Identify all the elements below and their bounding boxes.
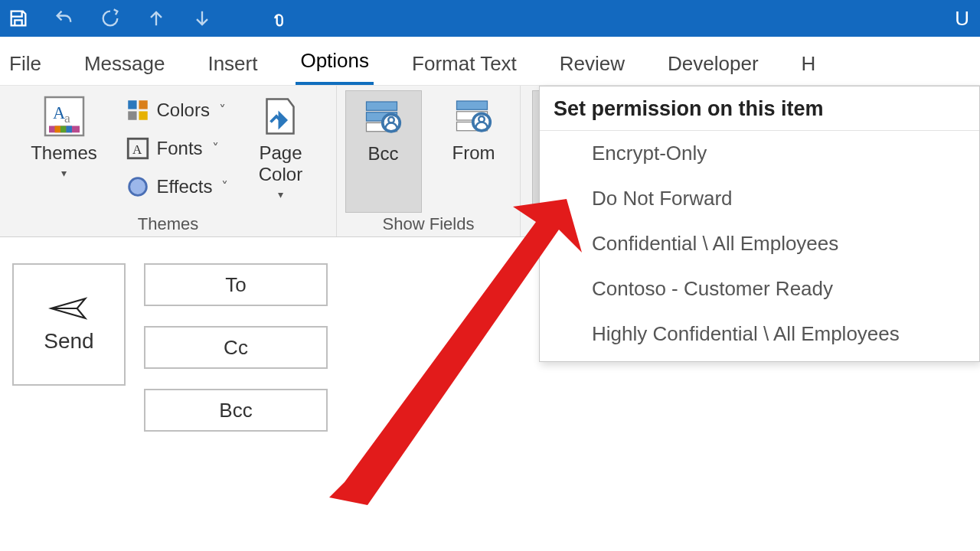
encrypt-dropdown-header: Set permission on this item bbox=[540, 86, 979, 131]
bcc-icon bbox=[358, 94, 410, 140]
attachment-icon[interactable] bbox=[268, 8, 289, 29]
tab-review[interactable]: Review bbox=[555, 43, 629, 85]
encrypt-option-contoso-customer-ready[interactable]: Contoso - Customer Ready bbox=[540, 266, 979, 311]
encrypt-option-highly-confidential-all-employees[interactable]: Highly Confidential \ All Employees bbox=[540, 311, 979, 357]
undo-icon[interactable] bbox=[54, 8, 75, 29]
svg-point-13 bbox=[129, 178, 146, 196]
arrow-up-icon[interactable] bbox=[145, 8, 167, 29]
svg-text:a: a bbox=[64, 110, 70, 126]
encrypt-dropdown: Set permission on this item Encrypt-Only… bbox=[539, 86, 980, 362]
redo-icon[interactable] bbox=[100, 8, 121, 29]
group-show-fields: Bcc From Show Fields bbox=[337, 86, 521, 236]
svg-rect-8 bbox=[139, 100, 147, 109]
svg-rect-14 bbox=[366, 102, 397, 110]
colors-label: Colors bbox=[157, 99, 210, 121]
chevron-down-icon: ˅ bbox=[221, 178, 228, 195]
chevron-down-icon: ˅ bbox=[212, 140, 219, 157]
themes-label: Themes bbox=[31, 142, 97, 164]
bcc-button[interactable]: Bcc bbox=[345, 90, 422, 213]
tab-options[interactable]: Options bbox=[296, 40, 374, 85]
bcc-field-button[interactable]: Bcc bbox=[144, 389, 328, 432]
chevron-down-icon: ▾ bbox=[278, 188, 283, 201]
svg-rect-19 bbox=[456, 101, 487, 109]
from-button[interactable]: From bbox=[436, 90, 512, 213]
send-icon bbox=[48, 295, 90, 321]
page-color-icon bbox=[254, 93, 306, 139]
from-icon bbox=[448, 93, 500, 139]
svg-rect-9 bbox=[128, 111, 136, 119]
tab-message[interactable]: Message bbox=[80, 43, 170, 85]
arrow-down-icon[interactable] bbox=[191, 8, 213, 29]
to-label: To bbox=[225, 273, 246, 297]
fonts-icon: A bbox=[125, 135, 151, 161]
to-button[interactable]: To bbox=[144, 263, 328, 306]
tab-developer[interactable]: Developer bbox=[663, 43, 763, 85]
chevron-down-icon: ˅ bbox=[219, 102, 226, 119]
bcc-field-label: Bcc bbox=[219, 399, 252, 422]
colors-icon bbox=[125, 97, 151, 123]
ribbon-tabs: File Message Insert Options Format Text … bbox=[0, 37, 980, 86]
page-color-button[interactable]: Page Color ▾ bbox=[247, 90, 314, 213]
svg-rect-4 bbox=[54, 126, 60, 133]
tab-file[interactable]: File bbox=[5, 43, 46, 85]
group-themes: A a Themes ▾ Colors ˅ bbox=[0, 86, 337, 236]
encrypt-option-encrypt-only[interactable]: Encrypt-Only bbox=[540, 131, 979, 176]
effects-icon bbox=[125, 174, 151, 200]
quick-access-toolbar: U bbox=[0, 0, 980, 37]
group-label-themes: Themes bbox=[138, 213, 198, 234]
recipient-fields: To Cc Bcc bbox=[144, 263, 328, 525]
effects-button[interactable]: Effects ˅ bbox=[120, 170, 234, 204]
tab-format-text[interactable]: Format Text bbox=[407, 43, 521, 85]
send-label: Send bbox=[44, 329, 93, 354]
svg-rect-7 bbox=[128, 100, 136, 109]
colors-button[interactable]: Colors ˅ bbox=[120, 93, 234, 127]
cc-button[interactable]: Cc bbox=[144, 326, 328, 369]
bcc-label: Bcc bbox=[368, 143, 398, 165]
send-button[interactable]: Send bbox=[12, 263, 126, 386]
effects-label: Effects bbox=[157, 176, 213, 197]
svg-rect-6 bbox=[66, 126, 72, 133]
page-color-label: Page Color bbox=[259, 142, 302, 185]
window-title-fragment: U bbox=[955, 7, 972, 31]
tab-help[interactable]: H bbox=[797, 43, 821, 85]
svg-text:A: A bbox=[132, 142, 142, 157]
from-label: From bbox=[452, 142, 495, 164]
encrypt-option-do-not-forward[interactable]: Do Not Forward bbox=[540, 176, 979, 221]
group-label-show-fields: Show Fields bbox=[383, 213, 475, 234]
encrypt-option-confidential-all-employees[interactable]: Confidential \ All Employees bbox=[540, 221, 979, 266]
tab-insert[interactable]: Insert bbox=[203, 43, 262, 85]
chevron-down-icon: ▾ bbox=[61, 167, 67, 179]
ribbon: A a Themes ▾ Colors ˅ bbox=[0, 86, 980, 237]
themes-button[interactable]: A a Themes ▾ bbox=[22, 90, 106, 213]
svg-rect-5 bbox=[60, 126, 67, 133]
qat-separator bbox=[237, 8, 243, 29]
qat-buttons bbox=[8, 8, 289, 29]
themes-icon: A a bbox=[38, 93, 90, 139]
themes-submenu: Colors ˅ A Fonts ˅ Effects ˅ bbox=[120, 90, 234, 213]
fonts-label: Fonts bbox=[157, 138, 203, 159]
svg-rect-10 bbox=[139, 111, 147, 119]
fonts-button[interactable]: A Fonts ˅ bbox=[120, 132, 234, 165]
cc-label: Cc bbox=[224, 336, 248, 360]
save-icon[interactable] bbox=[8, 8, 29, 29]
